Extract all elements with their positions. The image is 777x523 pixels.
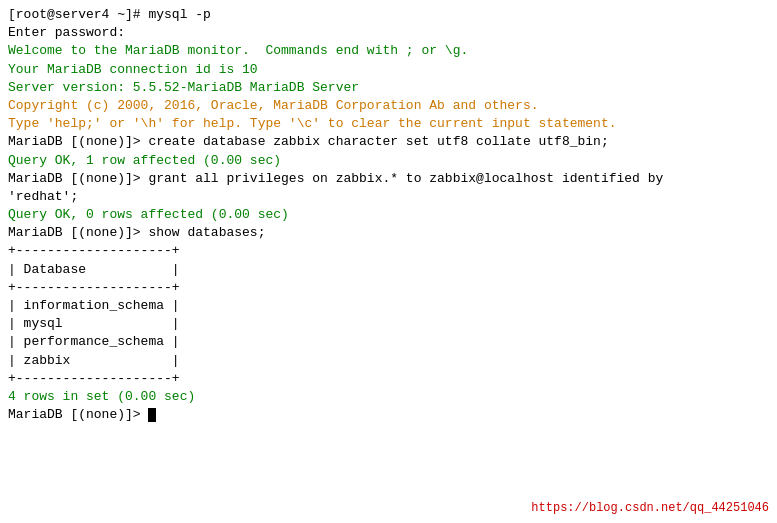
terminal-line: +--------------------+ <box>8 242 769 260</box>
cursor-blink <box>148 408 156 422</box>
terminal-line: | information_schema | <box>8 297 769 315</box>
terminal-line: [root@server4 ~]# mysql -p <box>8 6 769 24</box>
terminal-line: Query OK, 1 row affected (0.00 sec) <box>8 152 769 170</box>
terminal-line: MariaDB [(none)]> show databases; <box>8 224 769 242</box>
terminal-line: Server version: 5.5.52-MariaDB MariaDB S… <box>8 79 769 97</box>
terminal-line: Copyright (c) 2000, 2016, Oracle, MariaD… <box>8 97 769 115</box>
watermark: https://blog.csdn.net/qq_44251046 <box>531 501 769 515</box>
terminal-line: Enter password: <box>8 24 769 42</box>
terminal-line: MariaDB [(none)]> create database zabbix… <box>8 133 769 151</box>
terminal-line: | zabbix | <box>8 352 769 370</box>
terminal-line: +--------------------+ <box>8 370 769 388</box>
terminal-line: | Database | <box>8 261 769 279</box>
terminal-line: 4 rows in set (0.00 sec) <box>8 388 769 406</box>
terminal-line: 'redhat'; <box>8 188 769 206</box>
terminal-line: Your MariaDB connection id is 10 <box>8 61 769 79</box>
terminal-line: Welcome to the MariaDB monitor. Commands… <box>8 42 769 60</box>
terminal-line: MariaDB [(none)]> grant all privileges o… <box>8 170 769 188</box>
terminal-line: Type 'help;' or '\h' for help. Type '\c'… <box>8 115 769 133</box>
terminal-window: [root@server4 ~]# mysql -pEnter password… <box>0 0 777 523</box>
terminal-line: +--------------------+ <box>8 279 769 297</box>
terminal-content: [root@server4 ~]# mysql -pEnter password… <box>8 6 769 424</box>
terminal-line: | mysql | <box>8 315 769 333</box>
terminal-line: | performance_schema | <box>8 333 769 351</box>
terminal-line: Query OK, 0 rows affected (0.00 sec) <box>8 206 769 224</box>
terminal-line: MariaDB [(none)]> <box>8 406 769 424</box>
